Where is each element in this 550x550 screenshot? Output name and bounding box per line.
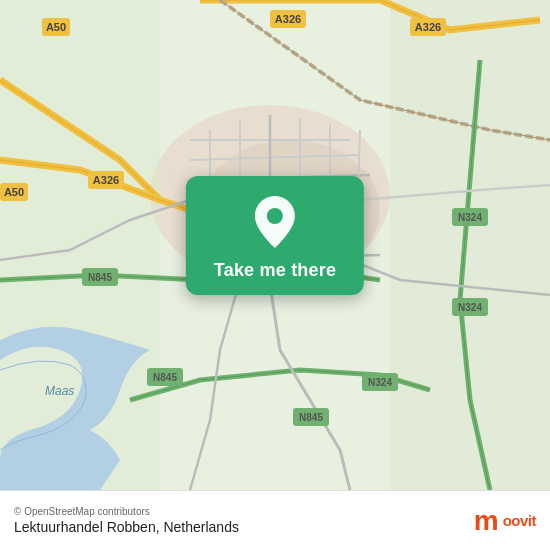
svg-text:N324: N324 bbox=[368, 377, 392, 388]
map-container: A50 A326 A326 A326 A50 N845 N845 N845 N3… bbox=[0, 0, 550, 490]
footer: © OpenStreetMap contributors Lektuurhand… bbox=[0, 490, 550, 550]
map-pin-icon bbox=[251, 194, 299, 252]
location-name: Lektuurhandel Robben, Netherlands bbox=[14, 519, 239, 535]
svg-point-41 bbox=[267, 208, 283, 224]
svg-text:A326: A326 bbox=[93, 174, 119, 186]
moovit-text: oovit bbox=[503, 512, 536, 529]
moovit-logo: m oovit bbox=[474, 507, 536, 535]
popup-overlay[interactable]: Take me there bbox=[186, 176, 364, 295]
footer-left: © OpenStreetMap contributors Lektuurhand… bbox=[14, 506, 239, 535]
svg-text:A326: A326 bbox=[415, 21, 441, 33]
svg-text:N324: N324 bbox=[458, 302, 482, 313]
svg-text:N324: N324 bbox=[458, 212, 482, 223]
take-me-there-button[interactable]: Take me there bbox=[214, 260, 336, 281]
svg-rect-4 bbox=[390, 0, 550, 490]
svg-text:N845: N845 bbox=[153, 372, 177, 383]
svg-text:Maas: Maas bbox=[45, 384, 74, 398]
svg-text:N845: N845 bbox=[88, 272, 112, 283]
moovit-m-icon: m bbox=[474, 507, 499, 535]
svg-text:A50: A50 bbox=[4, 186, 24, 198]
osm-credit: © OpenStreetMap contributors bbox=[14, 506, 239, 517]
svg-text:A50: A50 bbox=[46, 21, 66, 33]
svg-text:N845: N845 bbox=[299, 412, 323, 423]
svg-text:A326: A326 bbox=[275, 13, 301, 25]
